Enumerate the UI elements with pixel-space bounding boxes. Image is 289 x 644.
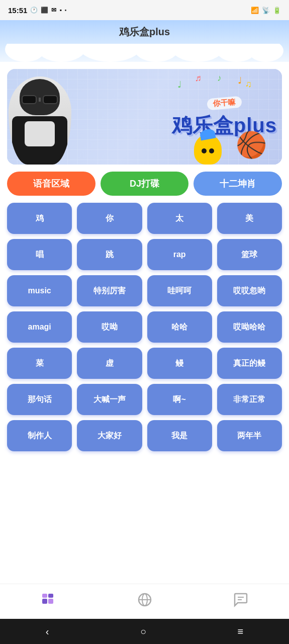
sound-btn-tai[interactable]: 太 bbox=[147, 203, 212, 234]
explore-icon bbox=[137, 592, 153, 611]
sound-btn-mei[interactable]: 美 bbox=[217, 203, 282, 234]
sound-btn-rap[interactable]: rap bbox=[147, 239, 212, 270]
sound-btn-music[interactable]: music bbox=[7, 275, 72, 306]
svg-rect-1 bbox=[48, 599, 53, 604]
banner-chick-character bbox=[194, 134, 222, 165]
banner-panda-character bbox=[7, 74, 72, 165]
sound-btn-dahan[interactable]: 大喊一声 bbox=[77, 384, 142, 415]
music-note-5: ♩ bbox=[177, 79, 181, 90]
sound-btn-haha[interactable]: 哈哈 bbox=[147, 311, 212, 343]
nav-explore[interactable] bbox=[97, 584, 193, 619]
sound-btn-aihu[interactable]: 哎哎忽哟 bbox=[217, 275, 282, 306]
sound-btn-liangnian[interactable]: 两年半 bbox=[217, 420, 282, 451]
banner-subtitle: 你干嘛 bbox=[213, 98, 236, 108]
sound-btn-cai[interactable]: 菜 bbox=[7, 348, 72, 379]
category-row: 语音区域 DJ打碟 十二坤肖 bbox=[7, 172, 282, 196]
svg-rect-0 bbox=[42, 599, 47, 604]
main-content: ♩ ♪ ♫ ♬ ♩ ♪ bbox=[0, 62, 289, 584]
sound-btn-xu[interactable]: 虚 bbox=[77, 348, 142, 379]
banner: ♩ ♪ ♫ ♬ ♩ ♪ bbox=[7, 69, 282, 165]
sound-btn-tebie[interactable]: 特别厉害 bbox=[77, 275, 142, 306]
nav-home[interactable] bbox=[0, 584, 97, 619]
sound-btn-aiyou[interactable]: 哎呦 bbox=[77, 311, 142, 343]
time-display: 15:51 bbox=[8, 6, 27, 15]
app-header: 鸡乐盒plus bbox=[0, 20, 289, 62]
category-dj[interactable]: DJ打碟 bbox=[101, 172, 189, 196]
bottom-nav bbox=[0, 584, 289, 619]
status-icon-4: ▪ bbox=[59, 7, 61, 14]
back-button[interactable]: ‹ bbox=[36, 622, 59, 641]
app-title: 鸡乐盒plus bbox=[0, 25, 289, 44]
music-note-2: ♪ bbox=[217, 73, 222, 84]
status-time: 15:51 🕐 ⬛ ✉ ▪ • bbox=[8, 6, 66, 15]
category-voice[interactable]: 语音区域 bbox=[7, 172, 95, 196]
menu-button[interactable]: ≡ bbox=[228, 622, 254, 641]
nav-message[interactable] bbox=[192, 584, 289, 619]
sound-btn-amagi[interactable]: amagi bbox=[7, 311, 72, 343]
music-note-3: ♫ bbox=[245, 79, 252, 90]
sound-btn-chang[interactable]: 唱 bbox=[7, 239, 72, 270]
wifi-icon: 📶 bbox=[251, 7, 259, 14]
home-button[interactable]: ○ bbox=[130, 622, 156, 641]
svg-rect-3 bbox=[48, 594, 53, 598]
music-note-1: ♩ bbox=[238, 75, 242, 86]
status-bar: 15:51 🕐 ⬛ ✉ ▪ • 📶 📡 🔋 bbox=[0, 0, 289, 20]
music-note-4: ♬ bbox=[195, 73, 202, 84]
home-icon bbox=[40, 592, 56, 611]
battery-icon: 🔋 bbox=[273, 7, 281, 14]
sound-btn-aiyouhaha[interactable]: 哎呦哈哈 bbox=[217, 311, 282, 343]
signal-icon: 📡 bbox=[262, 7, 270, 14]
status-dot: • bbox=[65, 8, 67, 13]
sound-btn-nahua[interactable]: 那句话 bbox=[7, 384, 72, 415]
sound-btn-a[interactable]: 啊~ bbox=[147, 384, 212, 415]
sound-btn-man[interactable]: 鳗 bbox=[147, 348, 212, 379]
status-right-icons: 📶 📡 🔋 bbox=[251, 7, 281, 14]
status-icon-3: ✉ bbox=[51, 7, 56, 14]
sound-btn-zhenzheng[interactable]: 真正的鳗 bbox=[217, 348, 282, 379]
message-icon bbox=[233, 592, 249, 611]
system-nav: ‹ ○ ≡ bbox=[0, 619, 289, 644]
status-icon-2: ⬛ bbox=[41, 7, 48, 14]
sound-btn-tiao[interactable]: 跳 bbox=[77, 239, 142, 270]
sound-grid: 鸡 你 太 美 唱 跳 rap 篮球 music 特别厉害 哇呵呵 哎哎忽哟 a… bbox=[7, 203, 282, 451]
sound-btn-lanqiu[interactable]: 篮球 bbox=[217, 239, 282, 270]
status-icon-1: 🕐 bbox=[30, 7, 38, 14]
sound-btn-dajia[interactable]: 大家好 bbox=[77, 420, 142, 451]
banner-basketball: 🏀 bbox=[236, 130, 267, 159]
sound-btn-zhizuoren[interactable]: 制作人 bbox=[7, 420, 72, 451]
sound-btn-ji[interactable]: 鸡 bbox=[7, 203, 72, 234]
sound-btn-woshi[interactable]: 我是 bbox=[147, 420, 212, 451]
category-zodiac[interactable]: 十二坤肖 bbox=[194, 172, 282, 196]
svg-rect-2 bbox=[42, 594, 47, 598]
sound-btn-ni[interactable]: 你 bbox=[77, 203, 142, 234]
sound-btn-wa[interactable]: 哇呵呵 bbox=[147, 275, 212, 306]
sound-btn-feichang[interactable]: 非常正常 bbox=[217, 384, 282, 415]
